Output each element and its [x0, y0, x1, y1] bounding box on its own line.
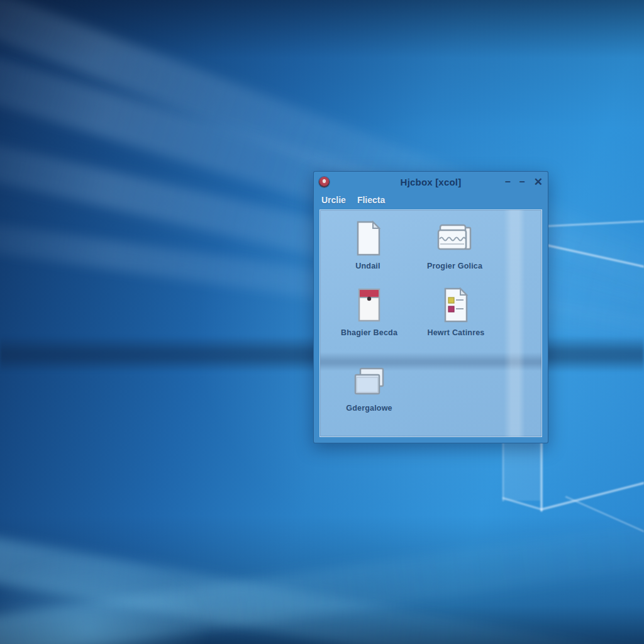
app-window: Hjcbox [xcol] – – ✕ Urclie Fliecta Undai…: [313, 171, 548, 443]
file-item-label: Progier Golica: [413, 262, 496, 270]
list-document-icon: [414, 287, 497, 323]
file-item[interactable]: Progier Golica: [413, 220, 496, 270]
file-item-label: Bhagier Becda: [328, 328, 411, 337]
restore-button[interactable]: –: [519, 177, 525, 187]
minimize-button[interactable]: –: [505, 177, 511, 187]
file-item[interactable]: Hewrt Catinres: [414, 287, 497, 337]
file-item-label: Gdergalowe: [328, 404, 411, 413]
window-menubar: Urclie Fliecta: [314, 192, 548, 208]
file-item[interactable]: Undail: [326, 220, 409, 270]
translucent-column: [504, 210, 525, 436]
window-content: Undail Progier Golica: [319, 209, 542, 437]
window-titlebar[interactable]: Hjcbox [xcol] – – ✕: [314, 172, 548, 192]
card-file-icon: [413, 220, 496, 257]
file-item[interactable]: Bhagier Becda: [328, 287, 411, 337]
file-item-label: Undail: [326, 262, 409, 270]
file-item-label: Hewrt Catinres: [414, 328, 497, 337]
menu-item-fliecta[interactable]: Fliecta: [357, 195, 385, 205]
red-band-envelope-icon: [328, 287, 411, 323]
file-item[interactable]: Gdergalowe: [328, 362, 411, 413]
close-button[interactable]: ✕: [534, 177, 543, 187]
menu-item-urclie[interactable]: Urclie: [321, 195, 346, 205]
blank-document-icon: [326, 220, 409, 257]
cascade-windows-icon: [328, 362, 411, 399]
